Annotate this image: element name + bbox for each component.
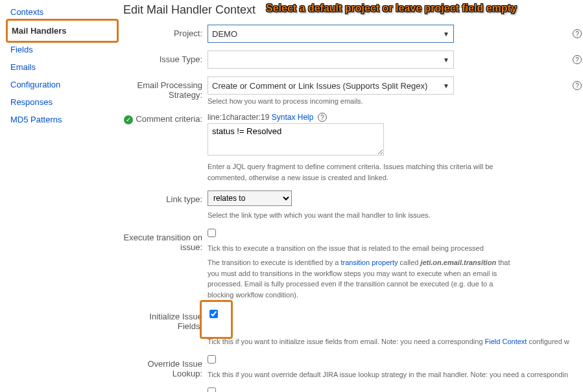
project-select[interactable]: DEMO ▼: [208, 25, 454, 43]
sidebar-item-mail-handlers[interactable]: Mail Handlers: [9, 22, 115, 40]
comment-criteria-label: ✓Comment criteria:: [123, 113, 208, 124]
sidebar-item-emails[interactable]: Emails: [8, 58, 117, 76]
sidebar-item-configuration[interactable]: Configuration: [8, 76, 117, 93]
help-icon[interactable]: ?: [569, 51, 583, 64]
comment-criteria-textarea[interactable]: [208, 123, 384, 156]
help-icon[interactable]: ?: [318, 113, 327, 122]
project-select-value: DEMO: [212, 29, 237, 39]
filter-emails-checkbox[interactable]: [208, 387, 216, 392]
sidebar: Contexts Mail Handlers Fields Emails Con…: [0, 0, 117, 392]
chevron-down-icon: ▼: [443, 30, 449, 38]
issue-type-select[interactable]: ▼: [208, 51, 454, 69]
syntax-help-link[interactable]: Syntax Help: [272, 113, 314, 122]
sidebar-item-md5-patterns[interactable]: MD5 Patterns: [8, 111, 117, 128]
comment-criteria-desc: Enter a JQL query fragment to define com…: [208, 161, 512, 183]
override-lookup-desc: Tick this if you want override default J…: [208, 369, 571, 380]
criteria-top-line: line:1character:19 Syntax Help ?: [208, 113, 571, 122]
initialize-highlight-box: [200, 300, 233, 339]
sidebar-item-fields[interactable]: Fields: [8, 41, 117, 58]
override-lookup-label: Override Issue Lookup:: [123, 355, 208, 378]
issue-type-label: Issue Type:: [123, 51, 208, 64]
strategy-select[interactable]: Create or Comment or Link Issues (Suppor…: [208, 76, 454, 95]
execute-transition-desc1: Tick this to execute a transition on the…: [208, 243, 571, 254]
link-type-label: Link type:: [123, 190, 208, 204]
main-content: Select a default project or leave projec…: [117, 0, 583, 392]
initialize-fields-desc: Tick this if you want to initialize issu…: [208, 336, 571, 347]
field-context-link[interactable]: Field Context: [485, 338, 527, 345]
strategy-select-value: Create or Comment or Link Issues (Suppor…: [212, 81, 427, 91]
help-icon[interactable]: ?: [569, 76, 583, 90]
link-type-select[interactable]: relates to: [208, 190, 292, 206]
strategy-hint: Select how you want to process incoming …: [208, 97, 569, 105]
override-lookup-checkbox[interactable]: [208, 355, 216, 363]
project-label: Project:: [123, 25, 208, 38]
sidebar-item-contexts[interactable]: Contexts: [8, 3, 117, 21]
help-icon[interactable]: ?: [569, 25, 583, 38]
execute-transition-checkbox[interactable]: [208, 229, 216, 237]
filter-emails-label: Filter Emails:: [123, 387, 208, 392]
execute-transition-label: Execute transition on issue:: [123, 229, 208, 252]
chevron-down-icon: ▼: [443, 82, 449, 89]
initialize-fields-label: Initialize Issue Fields:: [123, 308, 208, 331]
execute-transition-desc2: The transition to execute is identified …: [208, 257, 512, 300]
initialize-fields-checkbox[interactable]: [209, 310, 218, 318]
annotation-text: Select a default project or leave projec…: [266, 3, 517, 14]
check-icon: ✓: [124, 115, 133, 124]
transition-property-link[interactable]: transition property: [340, 259, 398, 266]
link-type-desc: Select the link type with which you want…: [208, 210, 571, 221]
sidebar-item-responses[interactable]: Responses: [8, 93, 117, 111]
strategy-label: Email Processing Strategy:: [123, 76, 208, 100]
sidebar-highlight-box: Mail Handlers: [6, 19, 119, 43]
chevron-down-icon: ▼: [443, 56, 449, 63]
